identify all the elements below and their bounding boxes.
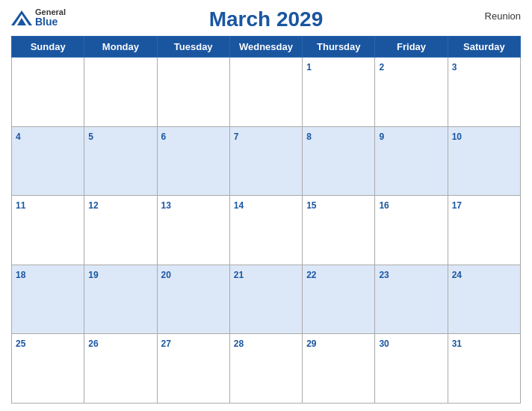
calendar-cell: 8	[303, 126, 375, 196]
week-row-3: 11121314151617	[12, 196, 521, 265]
calendar-page: General Blue March 2029 Reunion SundayMo…	[0, 0, 532, 411]
day-number: 3	[452, 62, 457, 72]
weekday-sunday: Sunday	[12, 37, 84, 58]
day-number: 5	[88, 132, 93, 142]
day-number: 11	[16, 200, 25, 211]
week-row-4: 18192021222324	[12, 265, 521, 334]
week-row-2: 45678910	[12, 126, 521, 196]
calendar-cell: 16	[375, 196, 448, 265]
calendar-cell: 5	[84, 126, 157, 196]
region-label: Reunion	[485, 10, 521, 22]
calendar-cell: 10	[448, 126, 520, 196]
day-number: 9	[379, 132, 384, 142]
calendar-cell: 20	[157, 265, 229, 334]
day-number: 29	[306, 339, 316, 349]
calendar-cell: 27	[157, 334, 229, 404]
calendar-table: SundayMondayTuesdayWednesdayThursdayFrid…	[11, 36, 521, 404]
day-number: 8	[306, 132, 312, 142]
calendar-cell: 9	[375, 126, 448, 196]
calendar-cell: 19	[84, 265, 157, 334]
day-number: 25	[16, 339, 25, 349]
calendar-cell: 3	[448, 58, 520, 127]
calendar-cell	[157, 58, 229, 127]
day-number: 2	[379, 62, 384, 72]
calendar-cell	[12, 58, 84, 127]
page-title: March 2029	[209, 7, 324, 31]
day-number: 28	[234, 339, 244, 349]
day-number: 7	[234, 132, 239, 142]
calendar-header: General Blue March 2029 Reunion	[11, 7, 521, 31]
calendar-cell: 13	[157, 196, 229, 265]
weekday-header-row: SundayMondayTuesdayWednesdayThursdayFrid…	[12, 37, 521, 58]
day-number: 1	[306, 62, 312, 72]
day-number: 19	[88, 270, 98, 280]
day-number: 10	[452, 132, 462, 142]
calendar-cell	[229, 58, 302, 127]
day-number: 31	[452, 339, 462, 349]
calendar-cell: 30	[375, 334, 448, 404]
calendar-cell: 31	[448, 334, 520, 404]
day-number: 23	[379, 270, 389, 280]
day-number: 17	[452, 200, 462, 211]
calendar-cell: 4	[12, 126, 84, 196]
calendar-cell: 23	[375, 265, 448, 334]
logo-icon	[11, 10, 32, 25]
calendar-cell: 12	[84, 196, 157, 265]
calendar-cell: 1	[303, 58, 375, 127]
day-number: 20	[161, 270, 171, 280]
week-row-5: 25262728293031	[12, 334, 521, 404]
calendar-cell: 15	[303, 196, 375, 265]
weekday-tuesday: Tuesday	[157, 37, 229, 58]
day-number: 6	[161, 132, 167, 142]
calendar-cell: 6	[157, 126, 229, 196]
weekday-thursday: Thursday	[303, 37, 375, 58]
calendar-cell: 24	[448, 265, 520, 334]
weekday-monday: Monday	[84, 37, 157, 58]
day-number: 14	[234, 200, 244, 211]
calendar-cell	[84, 58, 157, 127]
weekday-friday: Friday	[375, 37, 448, 58]
calendar-cell: 7	[229, 126, 302, 196]
day-number: 12	[88, 200, 98, 211]
day-number: 4	[16, 132, 21, 142]
calendar-cell: 22	[303, 265, 375, 334]
week-row-1: 123	[12, 58, 521, 127]
weekday-saturday: Saturday	[448, 37, 520, 58]
calendar-cell: 2	[375, 58, 448, 127]
weekday-wednesday: Wednesday	[229, 37, 302, 58]
day-number: 30	[379, 339, 389, 349]
calendar-cell: 29	[303, 334, 375, 404]
day-number: 16	[379, 200, 389, 211]
day-number: 21	[234, 270, 244, 280]
day-number: 27	[161, 339, 171, 349]
day-number: 24	[452, 270, 462, 280]
calendar-cell: 21	[229, 265, 302, 334]
day-number: 18	[16, 270, 25, 280]
calendar-cell: 14	[229, 196, 302, 265]
day-number: 15	[306, 200, 316, 211]
day-number: 22	[306, 270, 316, 280]
logo: General Blue	[11, 7, 66, 28]
calendar-cell: 25	[12, 334, 84, 404]
logo-blue: Blue	[35, 16, 66, 28]
day-number: 13	[161, 200, 171, 211]
calendar-cell: 26	[84, 334, 157, 404]
calendar-cell: 11	[12, 196, 84, 265]
calendar-cell: 18	[12, 265, 84, 334]
calendar-cell: 28	[229, 334, 302, 404]
day-number: 26	[88, 339, 98, 349]
calendar-cell: 17	[448, 196, 520, 265]
